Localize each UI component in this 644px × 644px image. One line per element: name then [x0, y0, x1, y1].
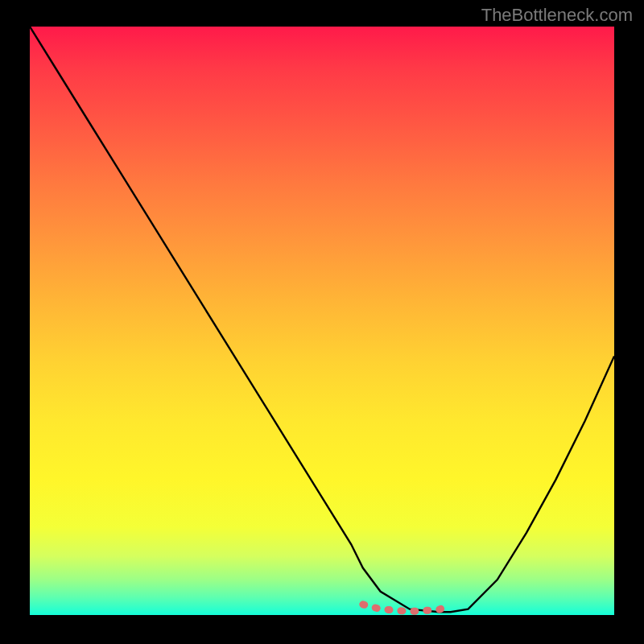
attribution-label: TheBottleneck.com [481, 5, 633, 26]
bottleneck-curve-line [30, 27, 614, 612]
chart-plot-area [30, 27, 614, 615]
chart-svg [30, 27, 614, 615]
